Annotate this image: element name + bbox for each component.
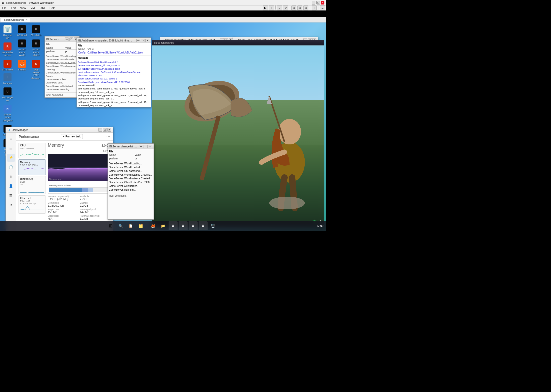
toolbar-btn-7[interactable]: ⊟ bbox=[303, 5, 308, 10]
taskbar-monitor-btn[interactable]: 🖥️ bbox=[209, 221, 218, 230]
recycle-label: Recycle Bin bbox=[2, 34, 13, 39]
mem-seg-standby bbox=[88, 188, 93, 192]
taskbar-ue2-btn[interactable]: U bbox=[179, 221, 188, 230]
toolbar-sep-2 bbox=[290, 5, 290, 9]
menu-help[interactable]: Help bbox=[49, 6, 56, 10]
sidebar-icon-details[interactable]: ☰ bbox=[7, 192, 15, 200]
commit-value: 11.6/20.0 GB bbox=[48, 204, 79, 207]
blserver-file-max[interactable]: □ bbox=[69, 37, 73, 41]
task-mgr-min[interactable]: — bbox=[98, 128, 102, 132]
menu-file[interactable]: File bbox=[1, 6, 8, 10]
sidebar-icon-processes[interactable]: ☰ bbox=[7, 144, 15, 152]
taskbar-firefox-btn[interactable]: 🦊 bbox=[149, 221, 158, 230]
dungeon-label: 04.Dungeon bbox=[2, 96, 13, 102]
blserver-file-content: File Name Value platform pc bbox=[45, 42, 79, 97]
toolbar-btn-4[interactable]: ⟳ bbox=[283, 5, 288, 10]
th-name: Name bbox=[78, 47, 87, 51]
taskbar-search-btn[interactable]: 🔍 bbox=[116, 221, 125, 230]
desktop-icon-firefox[interactable]: 🦊 Firefox bbox=[16, 59, 29, 72]
blauth-title: BLAuthServer changelist: 63883, build_ti… bbox=[78, 39, 134, 42]
blserver-file-min[interactable]: — bbox=[65, 37, 69, 41]
blserver-main-controls[interactable]: — □ ✕ bbox=[139, 145, 152, 148]
run-task-icon: + bbox=[63, 135, 65, 138]
toolbar-btn-5[interactable]: ⊡ bbox=[291, 5, 296, 10]
sidebar-icon-perf[interactable]: ⚡ bbox=[7, 154, 15, 162]
toolbar-btn-8[interactable]: ↕ bbox=[312, 5, 317, 10]
task-mgr-controls[interactable]: — □ ✕ bbox=[98, 128, 111, 132]
mem-graph bbox=[20, 166, 44, 174]
input-command[interactable]: input command. bbox=[46, 92, 78, 96]
perf-disk[interactable]: Disk 0 (C:) SSD 0% bbox=[18, 176, 46, 194]
desktop-icon-dungeon[interactable]: U 04.Dungeon bbox=[1, 87, 14, 102]
blauth-close[interactable]: ✕ bbox=[145, 39, 149, 42]
sidebar-icon-services[interactable]: ↺ bbox=[7, 201, 15, 209]
task-mgr-close[interactable]: ✕ bbox=[107, 128, 111, 132]
blsm-input[interactable]: input command. bbox=[109, 193, 153, 197]
menu-edit[interactable]: Edit bbox=[10, 6, 17, 10]
taskbar-start-btn[interactable]: ⊞ bbox=[106, 221, 115, 230]
toolbar-btn-6[interactable]: ⊞ bbox=[297, 5, 302, 10]
firefox-label: Firefox bbox=[18, 68, 26, 71]
no-avx2-world-icon: U bbox=[18, 39, 26, 47]
perf-ethernet[interactable]: Ethernet Ethernet0 S: 8.0 R: 0 Kbps bbox=[18, 195, 46, 214]
blsm-close[interactable]: ✕ bbox=[148, 145, 152, 148]
toolbar-btn-3[interactable]: ↺ bbox=[277, 5, 282, 10]
mem-graph-main: 60 seconds 0 bbox=[48, 154, 111, 181]
toolbar-btn-1[interactable]: ▶ bbox=[263, 5, 268, 10]
vmware-minimize[interactable]: — bbox=[312, 1, 315, 4]
task-mgr-max[interactable]: □ bbox=[103, 128, 107, 132]
table-row: platform pc bbox=[46, 50, 78, 53]
desktop-icon-recycle[interactable]: 🗑️ Recycle Bin bbox=[1, 24, 14, 40]
match-label: 03. Match bbox=[31, 34, 41, 36]
vm-tab-bless[interactable]: Bless Unleashed ✕ bbox=[1, 17, 30, 22]
menu-vm[interactable]: VM bbox=[30, 6, 36, 10]
taskbar-ue3-btn[interactable]: U bbox=[189, 221, 198, 230]
blsm-table: NameValue platform pc bbox=[109, 153, 153, 160]
desktop-icon-no-avx2-match[interactable]: U 03.NO AVX2 Match bbox=[30, 39, 43, 57]
log-line-1: GameServer. World Loading... bbox=[46, 54, 78, 58]
task-mgr-more[interactable]: ⋯ bbox=[106, 134, 110, 139]
blauth-controls[interactable]: — □ ✕ bbox=[136, 39, 149, 42]
perf-memory[interactable]: Memory 5.3/8.0 GB (66%) bbox=[18, 159, 46, 175]
vm-tab-close[interactable]: ✕ bbox=[26, 18, 28, 21]
run-new-task-btn[interactable]: + Run new task bbox=[61, 134, 83, 139]
cache-label: 01. Cache bbox=[2, 68, 13, 71]
desktop-icon-sql2[interactable]: S SQL Server 2022 Manage... bbox=[30, 59, 43, 80]
blserver-file-controls[interactable]: — □ ✕ bbox=[65, 37, 78, 41]
hwres-value: 1.1 MB bbox=[80, 217, 111, 220]
sidebar-icon-startup[interactable]: ⬆ bbox=[7, 173, 15, 181]
menu-view[interactable]: View bbox=[19, 6, 27, 10]
vmware-maximize[interactable]: □ bbox=[316, 1, 320, 4]
navicat-icon: N bbox=[4, 105, 12, 113]
blauth-max[interactable]: □ bbox=[141, 39, 145, 42]
desktop-icon-navicat[interactable]: N 04.NO AVX2 Dungeon bbox=[1, 104, 14, 122]
desktop-icon-cache[interactable]: S 01. Cache bbox=[1, 59, 14, 72]
vmware-close[interactable]: ✕ bbox=[321, 1, 324, 4]
sidebar-icon-users[interactable]: 👤 bbox=[7, 182, 15, 190]
blsm-log-6: GameServer. Client ListenPort: 9998 bbox=[109, 180, 153, 184]
taskbar-explorer-btn[interactable]: 📁 bbox=[159, 221, 168, 230]
sidebar-icon-history[interactable]: 🕐 bbox=[7, 163, 15, 171]
blsm-max[interactable]: □ bbox=[144, 145, 148, 148]
mem-panel-title: Memory bbox=[48, 143, 64, 148]
desktop-icon-redis[interactable]: R 00. Redis-server bbox=[1, 42, 14, 57]
blsm-min[interactable]: — bbox=[139, 145, 143, 148]
perf-cpu[interactable]: CPU 2% 3.70 GHz bbox=[18, 143, 46, 158]
menu-tabs[interactable]: Tabs bbox=[38, 6, 46, 10]
taskbar-multitask-btn[interactable]: 🗂️ bbox=[136, 221, 145, 230]
toolbar-btn-9[interactable]: ☰ bbox=[320, 5, 325, 10]
game-window[interactable]: Bless Unleashed bbox=[152, 40, 324, 227]
blauth-min[interactable]: — bbox=[136, 39, 140, 42]
toolbar-btn-2[interactable]: ⏸ bbox=[269, 5, 274, 10]
taskbar-ue4-btn[interactable]: U bbox=[199, 221, 208, 230]
sidebar-icon-menu[interactable]: ≡ bbox=[7, 135, 15, 143]
vmware-win-controls[interactable]: — □ ✕ bbox=[312, 1, 324, 4]
match-icon: U bbox=[32, 25, 40, 33]
desktop-icon-laragon[interactable]: L Laragon bbox=[1, 72, 14, 85]
desktop-icon-match[interactable]: U 03. Match bbox=[30, 24, 43, 37]
desktop-icon-world[interactable]: U 02.World bbox=[16, 24, 29, 37]
desktop-icon-no-avx2-world[interactable]: U 02.NO AVX2 World bbox=[16, 39, 29, 57]
taskbar-ue1-btn[interactable]: U bbox=[169, 221, 178, 230]
taskbar-widgets-btn[interactable]: 📋 bbox=[126, 221, 135, 230]
blsm-th-value: Value bbox=[134, 153, 153, 157]
